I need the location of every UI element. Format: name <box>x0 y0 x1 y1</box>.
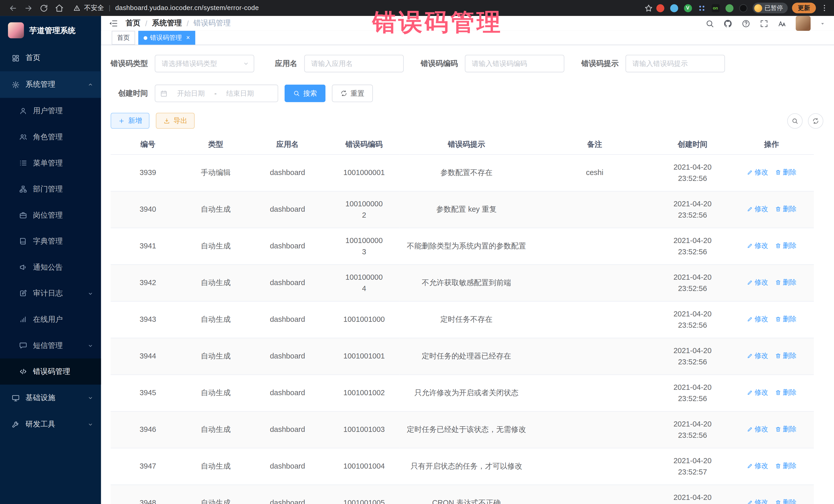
sidebar-item-error-code[interactable]: 错误码管理 <box>0 358 101 385</box>
font-size-icon[interactable] <box>777 19 787 28</box>
browser-forward-button[interactable] <box>24 3 33 12</box>
sidebar-item-dept[interactable]: 部门管理 <box>0 176 101 202</box>
toolbar-right <box>787 113 825 128</box>
sidebar-item-system[interactable]: 系统管理 <box>0 71 101 98</box>
sidebar-item-infra[interactable]: 基础设施 <box>0 385 101 411</box>
breadcrumb-item[interactable]: 系统管理 <box>152 19 182 28</box>
browser-update-button[interactable]: 更新 <box>792 3 816 13</box>
edit-link[interactable]: 修改 <box>746 387 768 398</box>
table-row: 3940自动生成dashboard1001000002参数配置 key 重复20… <box>111 191 814 227</box>
cell-hint: 定时任务的处理器已经存在 <box>399 338 533 374</box>
sidebar-item-online-user[interactable]: 在线用户 <box>0 306 101 333</box>
tab-close-icon[interactable]: × <box>186 35 190 41</box>
edit-link[interactable]: 修改 <box>746 313 768 325</box>
tab-home[interactable]: 首页 <box>112 31 135 45</box>
search-icon[interactable] <box>705 19 714 28</box>
edit-icon <box>746 206 753 212</box>
sidebar-item-dict[interactable]: 字典管理 <box>0 228 101 254</box>
cell-app: dashboard <box>246 154 329 191</box>
edit-link[interactable]: 修改 <box>746 423 768 435</box>
edit-link[interactable]: 修改 <box>746 240 768 251</box>
delete-link[interactable]: 删除 <box>775 167 796 178</box>
delete-link[interactable]: 删除 <box>775 423 796 435</box>
profile-paused-chip[interactable]: 已暂停 <box>752 3 788 13</box>
breadcrumb-item[interactable]: 首页 <box>126 19 140 28</box>
hamburger-icon[interactable] <box>109 19 118 28</box>
cell-type: 自动生成 <box>185 484 246 504</box>
error-hint-input[interactable] <box>626 54 725 72</box>
column-header: 创建时间 <box>656 136 729 154</box>
browser-extension-icon[interactable] <box>670 4 678 12</box>
reset-button[interactable]: 重置 <box>332 85 373 102</box>
table-refresh-button[interactable] <box>808 113 823 128</box>
delete-link[interactable]: 删除 <box>775 240 796 251</box>
delete-link[interactable]: 删除 <box>775 350 796 361</box>
caret-down-icon[interactable] <box>820 21 826 26</box>
tab-error-code[interactable]: 错误码管理× <box>138 31 195 45</box>
calendar-icon <box>160 90 168 97</box>
sms-icon <box>19 342 27 350</box>
browser-extension-icon[interactable]: on <box>711 4 719 12</box>
search-button[interactable]: 搜索 <box>285 85 326 102</box>
error-type-select[interactable] <box>155 54 254 72</box>
browser-extension-icon[interactable] <box>725 4 733 12</box>
table-row: 3946自动生成dashboard1001001003定时任务已经处于该状态，无… <box>111 411 814 448</box>
address-bar[interactable]: 不安全 | dashboard.yudao.iocoder.cn/system/… <box>73 3 259 12</box>
fullscreen-icon[interactable] <box>760 19 769 28</box>
edit-link[interactable]: 修改 <box>746 167 768 178</box>
github-icon[interactable] <box>723 19 732 28</box>
browser-back-button[interactable] <box>8 3 18 12</box>
sidebar-item-user[interactable]: 用户管理 <box>0 98 101 124</box>
cell-app: dashboard <box>246 448 329 484</box>
date-range-picker[interactable]: - <box>155 85 278 102</box>
browser-extension-icon[interactable] <box>656 4 664 12</box>
edit-link[interactable]: 修改 <box>746 350 768 361</box>
add-button[interactable]: 新增 <box>111 113 149 129</box>
chevron-down-icon <box>87 342 94 349</box>
start-date-input[interactable] <box>170 89 212 97</box>
end-date-input[interactable] <box>219 89 262 97</box>
table-search-toggle-button[interactable] <box>787 113 803 128</box>
user-avatar[interactable] <box>796 16 811 31</box>
cell-remark <box>533 448 656 484</box>
sidebar-item-post[interactable]: 岗位管理 <box>0 202 101 228</box>
edit-icon <box>746 169 753 176</box>
browser-extension-icon[interactable]: V <box>684 4 692 12</box>
delete-icon <box>775 316 781 322</box>
user-icon <box>19 107 27 115</box>
help-icon[interactable] <box>741 19 750 28</box>
sidebar-item-role[interactable]: 角色管理 <box>0 124 101 150</box>
browser-menu-icon[interactable] <box>820 4 829 12</box>
delete-link[interactable]: 删除 <box>775 277 796 288</box>
sidebar-item-sms[interactable]: 短信管理 <box>0 332 101 358</box>
bookmark-star-icon[interactable] <box>644 3 653 12</box>
browser-extension-icon[interactable] <box>739 4 747 12</box>
sidebar-item-menu[interactable]: 菜单管理 <box>0 150 101 176</box>
edit-link[interactable]: 修改 <box>746 460 768 472</box>
delete-link[interactable]: 删除 <box>775 203 796 215</box>
edit-link[interactable]: 修改 <box>746 497 768 504</box>
delete-link[interactable]: 删除 <box>775 460 796 472</box>
delete-icon <box>775 353 781 359</box>
sidebar-item-notice[interactable]: 通知公告 <box>0 254 101 281</box>
delete-link[interactable]: 删除 <box>775 387 796 398</box>
sidebar-item-devtools[interactable]: 研发工具 <box>0 411 101 438</box>
browser-home-button[interactable] <box>54 3 64 12</box>
sidebar-item-home[interactable]: 首页 <box>0 45 101 71</box>
app-logo[interactable]: 芋道管理系统 <box>0 16 101 45</box>
delete-link[interactable]: 删除 <box>775 497 796 504</box>
edit-link[interactable]: 修改 <box>746 277 768 288</box>
error-code-input[interactable] <box>465 54 565 72</box>
browser-extension-icon[interactable] <box>698 4 705 12</box>
cell-type: 自动生成 <box>185 338 246 374</box>
error-type-select-input[interactable] <box>155 54 254 72</box>
export-button[interactable]: 导出 <box>156 113 195 129</box>
tab-active-dot <box>144 36 148 40</box>
sidebar-item-audit-log[interactable]: 审计日志 <box>0 280 101 306</box>
edit-link[interactable]: 修改 <box>746 203 768 215</box>
cell-id: 3945 <box>111 374 185 411</box>
delete-link[interactable]: 删除 <box>775 313 796 325</box>
browser-reload-button[interactable] <box>39 3 48 12</box>
cell-app: dashboard <box>246 301 329 338</box>
app-name-input[interactable] <box>304 54 404 72</box>
